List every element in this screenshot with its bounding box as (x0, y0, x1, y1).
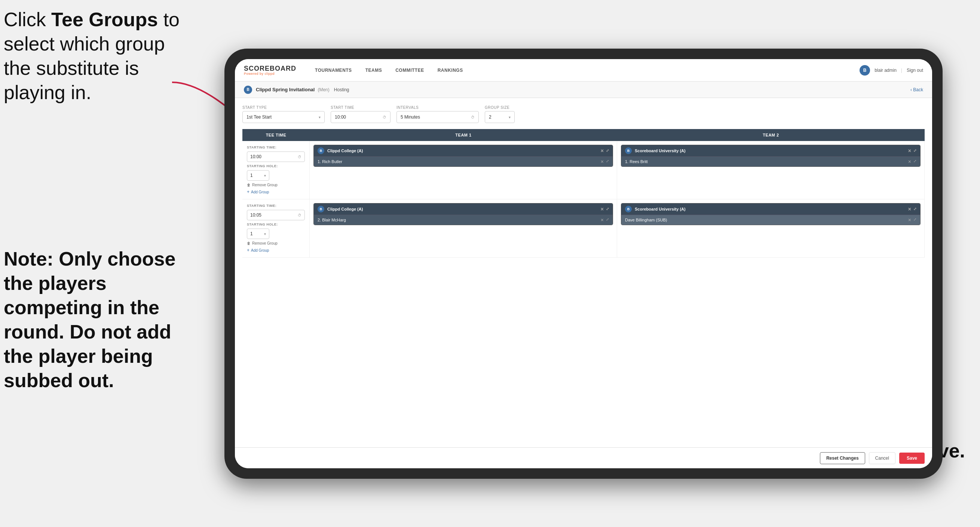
main-content: Start Type 1st Tee Start Start Time 10:0… (235, 98, 932, 447)
team2-x-icon-1[interactable] (908, 148, 911, 154)
nav-item-rankings[interactable]: RANKINGS (431, 59, 470, 81)
intervals-clock (471, 115, 475, 120)
sub-header-back[interactable]: ‹ Back (910, 87, 923, 92)
team1-card-2: B Clippd College (A) 2. Blair McHarg (313, 203, 613, 225)
sub-header-hosting: Hosting (334, 87, 349, 92)
start-type-input[interactable]: 1st Tee Start (242, 111, 325, 123)
start-time-field: Start Time 10:00 (331, 105, 390, 123)
team2-badge-2: B (625, 206, 632, 212)
sub-header-title: Clippd Spring Invitational (256, 87, 315, 92)
note-block: Note: Only choosethe playerscompeting in… (4, 247, 175, 393)
team2-card-2: B Scoreboard University (A) Dave Billing… (621, 203, 921, 225)
player1-x-icon[interactable] (601, 159, 604, 165)
player2-expand-icon[interactable] (913, 159, 916, 165)
team2-header-left-1: B Scoreboard University (A) (625, 147, 686, 154)
team1-expand-icon-1[interactable] (606, 148, 609, 154)
nav-avatar: B (859, 65, 870, 76)
team2-x-icon-2[interactable] (908, 206, 911, 212)
team2-header-left-2: B Scoreboard University (A) (625, 206, 686, 212)
team2-cell-1: B Scoreboard University (A) 1. Rees Brit… (617, 141, 924, 199)
team2-player-row-2-0: Dave Billingham (SUB) (621, 215, 920, 225)
plus-icon-1 (247, 189, 250, 194)
start-type-chevron (319, 115, 321, 120)
team1-expand-icon-2[interactable] (606, 206, 609, 212)
team2-name-1: Scoreboard University (A) (635, 148, 686, 153)
team1-header-2: B Clippd College (A) (314, 204, 612, 215)
team1-cell-2: B Clippd College (A) 2. Blair McHarg (310, 199, 617, 257)
team2-badge-1: B (625, 147, 632, 154)
start-time-value: 10:00 (335, 115, 346, 120)
team1-x-icon-1[interactable] (601, 148, 604, 154)
save-button[interactable]: Save (899, 452, 924, 464)
team2-actions-1 (908, 148, 916, 154)
team1-name-2: Clippd College (A) (327, 207, 363, 211)
team1-player-name-1-0: 1. Rich Butler (318, 159, 342, 164)
intervals-label: Intervals (396, 105, 479, 110)
start-type-value: 1st Tee Start (247, 115, 272, 120)
add-group-label-2: Add Group (251, 248, 269, 253)
starting-hole-input-2[interactable]: 1 (247, 229, 269, 239)
reset-changes-button[interactable]: Reset Changes (820, 452, 865, 464)
nav-username: blair admin (875, 68, 897, 73)
team1-x-icon-2[interactable] (601, 206, 604, 212)
starting-hole-value-1: 1 (250, 173, 253, 178)
team2-header-1: B Scoreboard University (A) (621, 145, 920, 156)
team2-player-actions-2-0 (908, 217, 916, 223)
add-group-btn-2[interactable]: Add Group (247, 248, 305, 253)
remove-group-btn-1[interactable]: Remove Group (247, 183, 305, 187)
col-tee-time: Tee Time (242, 129, 310, 141)
team2-name-2: Scoreboard University (A) (635, 207, 686, 211)
nav-logo: SCOREBOARD Powered by clippd (244, 65, 296, 76)
add-group-btn-1[interactable]: Add Group (247, 189, 305, 194)
nav-bar: SCOREBOARD Powered by clippd TOURNAMENTS… (235, 59, 932, 81)
starting-hole-label-1: STARTING HOLE: (247, 164, 305, 168)
nav-item-tournaments[interactable]: TOURNAMENTS (308, 59, 359, 81)
start-time-label: Start Time (331, 105, 390, 110)
team2-player-row-1-0: 1. Rees Britt (621, 156, 920, 166)
starting-time-label-2: STARTING TIME: (247, 204, 305, 208)
starting-time-input-2[interactable]: 10:05 (247, 210, 305, 220)
player3-x-icon[interactable] (601, 217, 604, 223)
team1-player-actions-1-0 (601, 159, 609, 165)
tablet-shell: SCOREBOARD Powered by clippd TOURNAMENTS… (224, 49, 943, 479)
team2-player-name-2-0: Dave Billingham (SUB) (625, 218, 667, 222)
nav-separator: | (901, 68, 902, 73)
team2-cell-2: B Scoreboard University (A) Dave Billing… (617, 199, 924, 257)
nav-logo-sub: Powered by clippd (244, 72, 296, 76)
group-size-chevron (509, 115, 511, 120)
nav-signout[interactable]: Sign out (907, 68, 923, 73)
starting-hole-value-2: 1 (250, 231, 253, 236)
nav-item-teams[interactable]: TEAMS (359, 59, 389, 81)
remove-group-btn-2[interactable]: Remove Group (247, 241, 305, 245)
team1-player-actions-2-0 (601, 217, 609, 223)
team1-player-name-2-0: 2. Blair McHarg (318, 218, 346, 222)
starting-hole-input-1[interactable]: 1 (247, 170, 269, 181)
team1-actions-2 (601, 206, 609, 212)
cancel-button[interactable]: Cancel (869, 452, 896, 464)
team2-actions-2 (908, 206, 916, 212)
player2-x-icon[interactable] (908, 159, 911, 165)
start-time-input[interactable]: 10:00 (331, 111, 390, 123)
team2-card-1: B Scoreboard University (A) 1. Rees Brit… (621, 145, 921, 167)
nav-item-committee[interactable]: COMMITTEE (389, 59, 431, 81)
player3-expand-icon[interactable] (606, 217, 609, 223)
col-team2: Team 2 (617, 129, 924, 141)
instruction-bold-tee-groups: Tee Groups (51, 9, 158, 30)
team2-expand-icon-2[interactable] (913, 206, 916, 212)
starting-time-input-1[interactable]: 10:00 (247, 151, 305, 162)
group-size-label: Group Size (485, 105, 515, 110)
tee-group-2-left: STARTING TIME: 10:05 STARTING HOLE: 1 (242, 199, 310, 257)
add-group-label-1: Add Group (251, 190, 269, 194)
starting-hole-label-2: STARTING HOLE: (247, 223, 305, 226)
intervals-input[interactable]: 5 Minutes (396, 111, 479, 123)
remove-group-label-1: Remove Group (252, 183, 278, 187)
footer-bar: Reset Changes Cancel Save (235, 447, 932, 468)
starting-time-clock-1 (298, 154, 301, 159)
player1-expand-icon[interactable] (606, 159, 609, 165)
team2-expand-icon-1[interactable] (913, 148, 916, 154)
player4-expand-icon[interactable] (913, 217, 916, 223)
player4-x-icon[interactable] (908, 217, 911, 223)
group-size-input[interactable]: 2 (485, 111, 515, 123)
tee-group-row-2: STARTING TIME: 10:05 STARTING HOLE: 1 (242, 199, 924, 258)
team1-header-left-2: B Clippd College (A) (318, 206, 363, 212)
